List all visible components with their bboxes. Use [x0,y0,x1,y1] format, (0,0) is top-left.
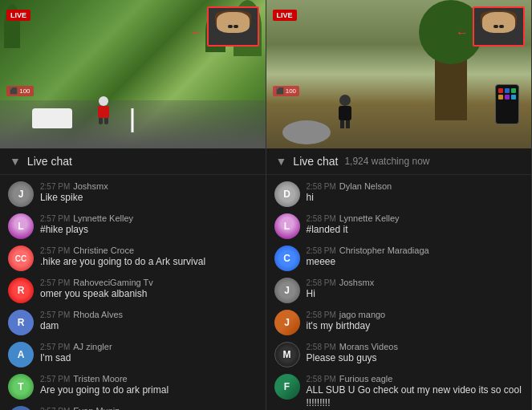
message-content: 2:57 PM Rhoda Alves dam [40,310,258,333]
message-content: 2:58 PM Morans Videos Please sub guys [307,342,524,365]
avatar: R [8,310,34,335]
avatar: A [8,342,34,367]
message-text: .hike are you going to do a Ark survival [40,256,258,269]
phone-prop [495,84,519,124]
message-text: dam [40,320,258,333]
avatar: CC [8,246,34,271]
message-text: omer you speak albanish [40,288,258,301]
chat-message: R 2:57 PM RahoveciGaming Tv omer you spe… [0,274,266,306]
chat-message: J 2:58 PM jago mango it's my birthday [266,306,532,339]
message-text: hi [307,192,524,205]
chat-message: T 2:57 PM Tristen Moore Are you going to… [0,371,266,403]
chat-message: CC 2:57 PM Christine Croce .hike are you… [0,242,266,274]
left-chat-title: Live chat [27,155,72,168]
message-author: RahoveciGaming Tv [73,278,152,287]
message-author: Tristen Moore [73,374,127,384]
chat-message: L 2:58 PM Lynnette Kelley #landed it [266,210,532,242]
chat-message: A 2:57 PM AJ zingler I'm sad [0,339,266,371]
message-time: 2:57 PM [40,182,70,191]
message-author: Evan Muniz [73,406,119,410]
message-author: Lynnette Kelley [339,213,400,223]
message-time: 2:57 PM [40,278,70,287]
watching-count: 1,924 watching now [344,156,429,167]
message-content: 2:58 PM Furious eagle ALL SUB U Go check… [307,374,524,409]
left-chat: ▼ Live chat J 2:57 PM Joshsmx Like spike… [0,148,266,410]
message-text: Are you going to do ark primal [40,384,258,397]
message-author: Lynnette Kelley [73,213,133,223]
message-text: ALL SUB U Go check out my new video its … [307,384,524,409]
chat-message: C 2:58 PM Christopher Maradiaga meeee [266,242,532,274]
live-badge-left: LIVE [6,6,30,21]
message-time: 2:57 PM [40,375,70,384]
avatar: R [8,278,34,303]
hud-overlay: ⬛ 100 [6,86,34,96]
message-time: 2:57 PM [40,311,70,319]
pip-camera-left [207,6,259,47]
chat-message: L 2:57 PM Lynnette Kelley #hike plays [0,210,266,242]
left-chat-header[interactable]: ▼ Live chat [0,148,266,175]
right-chat-header[interactable]: ▼ Live chat 1,924 watching now [266,148,532,175]
message-author: Christine Croce [73,246,134,255]
message-time: 2:58 PM [307,182,336,191]
message-content: 2:58 PM jago mango it's my birthday [307,310,524,333]
message-content: 2:57 PM AJ zingler I'm sad [40,342,258,365]
left-video[interactable]: ⬛ 100 ← LIVE [0,0,266,148]
message-text: Like spike [40,192,258,205]
message-content: 2:57 PM Lynnette Kelley #hike plays [40,213,258,237]
message-time: 2:57 PM [40,214,70,223]
message-text: it's my birthday [307,320,524,333]
avatar: C [274,246,300,271]
right-video[interactable]: ⬛ 100 [266,0,532,148]
message-author: Dylan Nelson [339,181,392,191]
right-chat-messages[interactable]: D 2:58 PM Dylan Nelson hi L 2:58 PM Lynn… [266,175,532,410]
chat-message: J 2:58 PM Joshsmx Hi [266,274,532,306]
avatar: E [8,406,34,410]
message-author: Christopher Maradiaga [339,246,429,255]
message-time: 2:57 PM [40,343,70,351]
message-author: AJ zingler [73,342,112,351]
message-content: 2:58 PM Christopher Maradiaga meeee [307,246,524,269]
message-author: jago mango [339,310,386,319]
message-content: 2:57 PM Joshsmx Like spike [40,181,258,205]
message-author: Joshsmx [73,181,108,191]
chat-message: J 2:57 PM Joshsmx Like spike [0,178,266,210]
message-content: 2:57 PM RahoveciGaming Tv omer you speak… [40,278,258,301]
message-author: Morans Videos [339,342,398,351]
live-badge-right: LIVE [273,6,297,21]
message-text: Hi [307,288,524,301]
avatar: L [274,213,300,239]
avatar: T [8,374,34,400]
message-content: 2:57 PM Christine Croce .hike are you go… [40,246,258,269]
message-text: #landed it [307,224,524,237]
message-time: 2:58 PM [307,375,336,384]
message-author: Rhoda Alves [73,310,123,319]
chevron-down-icon-right: ▼ [276,155,287,168]
chevron-down-icon: ▼ [10,155,21,168]
message-content: 2:57 PM Tristen Moore Are you going to d… [40,374,258,397]
avatar: M [274,342,300,367]
chat-message: D 2:58 PM Dylan Nelson hi [266,178,532,210]
right-chat-title: Live chat [293,155,338,168]
message-content: 2:58 PM Dylan Nelson hi [307,181,524,205]
message-time: 2:57 PM [40,407,70,410]
message-time: 2:58 PM [307,214,336,223]
message-content: 2:57 PM Evan Muniz IM SAD [40,406,258,410]
avatar: F [274,374,300,400]
chat-message: M 2:58 PM Morans Videos Please sub guys [266,339,532,371]
message-text: meeee [307,256,524,269]
left-chat-messages[interactable]: J 2:57 PM Joshsmx Like spike L 2:57 PM L… [0,175,266,410]
message-author: Furious eagle [339,374,393,384]
avatar: J [8,181,34,207]
pip-camera-right [473,6,525,47]
pip-arrow-right: ← [456,26,469,40]
message-time: 2:58 PM [307,343,336,351]
left-panel: ⬛ 100 ← LIVE ▼ Live chat [0,0,266,410]
avatar: D [274,181,300,207]
message-content: 2:58 PM Lynnette Kelley #landed it [307,213,524,237]
message-time: 2:58 PM [307,311,336,319]
message-time: 2:58 PM [307,246,336,255]
message-text: #hike plays [40,224,258,237]
right-chat: ▼ Live chat 1,924 watching now D 2:58 PM… [266,148,532,410]
message-time: 2:57 PM [40,246,70,255]
chat-message: F 2:58 PM Furious eagle ALL SUB U Go che… [266,371,532,410]
